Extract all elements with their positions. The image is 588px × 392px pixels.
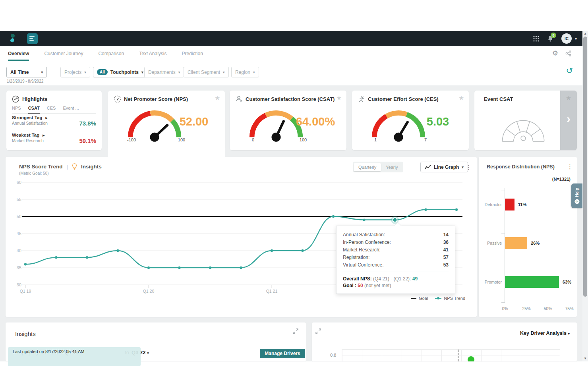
- departments-filter-dropdown[interactable]: Departments▾: [144, 67, 184, 77]
- highlights-tab-csat[interactable]: CSAT: [28, 106, 40, 110]
- trend-legend: GoalNPS Trend: [411, 296, 465, 301]
- scrollbar-thumb[interactable]: [583, 37, 587, 297]
- question-mark-icon: ?: [574, 199, 579, 204]
- dist-bar-passive[interactable]: [505, 237, 527, 249]
- key-driver-data-point[interactable]: [468, 356, 474, 361]
- key-driver-dropdown[interactable]: Key Driver Analysis ▾: [520, 330, 570, 336]
- legend-item-nps-trend[interactable]: NPS Trend: [435, 296, 465, 301]
- share-icon[interactable]: [565, 50, 571, 56]
- tab-comparison[interactable]: Comparison: [98, 46, 124, 61]
- distribution-bar-chart: Detractor11%Passive26%Promoter63%0%25%50…: [479, 181, 577, 312]
- help-tab[interactable]: ?Help: [571, 183, 582, 208]
- weakest-tag-value: 59.1%: [79, 137, 96, 144]
- trend-insights-label[interactable]: Insights: [81, 164, 102, 170]
- nps-trend-panel: NPS Score Trend | Insights (Metric Goal:…: [6, 157, 477, 317]
- notifications-bell-icon[interactable]: 8: [547, 35, 553, 42]
- weakest-tag-label: Weakest Tag▸: [12, 133, 44, 137]
- key-driver-chart: [342, 350, 560, 361]
- svg-text:30: 30: [17, 282, 21, 287]
- dist-x-tick: 0%: [502, 306, 508, 311]
- key-driver-panel: Key Driver Analysis ▾ 0.8: [312, 322, 577, 361]
- tooltip-overall-value: 49: [412, 276, 418, 282]
- toggle-quarterly[interactable]: Quarterly: [354, 163, 381, 171]
- avatar-caret-icon[interactable]: ▾: [575, 37, 577, 41]
- dist-category-label: Promoter: [479, 280, 502, 284]
- tab-customer-journey[interactable]: Customer Journey: [44, 46, 83, 61]
- distribution-menu-kebab-icon[interactable]: ⋮: [567, 163, 573, 170]
- nps-card-connector: [108, 147, 225, 157]
- svg-text:40: 40: [17, 248, 21, 253]
- insights-title: Insights: [15, 330, 36, 337]
- ces-value: 5.03: [412, 115, 464, 128]
- trend-menu-kebab-icon[interactable]: ⋮: [466, 164, 472, 171]
- top-navbar: 8 IC ▾: [0, 31, 582, 46]
- tooltip-row: In-Person Conference:36: [343, 238, 449, 246]
- legend-item-goal[interactable]: Goal: [411, 296, 428, 301]
- client-segment-filter-dropdown[interactable]: Client Segment▾: [184, 67, 229, 77]
- dist-bar-detractor[interactable]: [505, 199, 514, 210]
- svg-text:45: 45: [17, 231, 21, 236]
- tab-prediction[interactable]: Prediction: [182, 46, 203, 61]
- trend-title: NPS Score Trend: [19, 164, 63, 170]
- carousel-next-strip[interactable]: ★ ›: [560, 91, 577, 150]
- csat-score-card[interactable]: Customer Satisfaction Score (CSAT) ★ 0 1…: [230, 91, 346, 150]
- tooltip-overall-label: Overall NPS:: [343, 276, 372, 282]
- nps-score-card[interactable]: Net Promoter Score (NPS) ★ -100 100 52.0…: [108, 91, 225, 150]
- graph-type-dropdown[interactable]: Line Graph ▾: [420, 162, 468, 172]
- highlights-tab-ces[interactable]: CES: [47, 106, 56, 110]
- tooltip-goal-value: 50: [358, 283, 363, 288]
- ces-score-card[interactable]: Customer Effort Score (CES) ★ 1 7 5.03: [352, 91, 469, 150]
- metric-goal-note: (Metric Goal: 50): [19, 171, 48, 176]
- chevron-right-icon[interactable]: ›: [560, 113, 577, 125]
- response-distribution-panel: Response Distribution (NPS) ⋮ (N=1321) D…: [479, 157, 577, 317]
- refresh-icon[interactable]: ↺: [566, 66, 573, 75]
- line-graph-icon: [425, 165, 431, 169]
- key-driver-y-tick: 0.8: [330, 353, 336, 357]
- app-menu-button[interactable]: [27, 33, 38, 44]
- toggle-yearly[interactable]: Yearly: [381, 163, 402, 171]
- tab-text-analysis[interactable]: Text Analysis: [139, 46, 166, 61]
- expand-icon[interactable]: [315, 328, 321, 334]
- scroll-down-arrow[interactable]: ▼: [582, 356, 588, 361]
- notification-badge: 8: [551, 33, 556, 38]
- strongest-tag-value: 73.8%: [79, 120, 96, 127]
- highlights-title: Highlights: [22, 96, 48, 102]
- gauge-min-label: -100: [122, 137, 141, 142]
- projects-filter-dropdown[interactable]: Projects▾: [60, 67, 90, 77]
- csat-value: 64.00%: [289, 115, 342, 128]
- favorite-star-icon[interactable]: ★: [215, 95, 220, 102]
- user-avatar[interactable]: IC: [561, 33, 572, 44]
- svg-text:55: 55: [17, 197, 21, 202]
- touchpoints-filter-dropdown[interactable]: All Touchpoints▾: [93, 67, 147, 77]
- settings-gear-icon[interactable]: ⚙: [552, 49, 558, 58]
- manage-drivers-button[interactable]: Manage Drivers: [260, 349, 305, 358]
- period-toggle-group: QuarterlyYearly: [353, 162, 403, 172]
- apps-grid-icon[interactable]: [533, 36, 539, 42]
- region-filter-dropdown[interactable]: Region▾: [231, 67, 259, 77]
- date-range-label: 1/23/2019 - 8/9/2022: [7, 79, 43, 83]
- time-filter-dropdown[interactable]: All Time▾: [6, 67, 47, 77]
- last-updated-tooltip: Last updated on 8/17/2022 05:41 AM: [8, 347, 141, 366]
- favorite-star-icon[interactable]: ★: [459, 95, 464, 102]
- highlights-card: Highlights NPSCSATCESEvent ... Strongest…: [6, 91, 102, 150]
- highlights-tab-event[interactable]: Event ...: [63, 106, 79, 110]
- gauge-max-label: 100: [172, 137, 191, 142]
- tooltip-row: Registration:57: [343, 253, 449, 261]
- highlights-trend-icon: [12, 95, 19, 103]
- highlights-tab-nps[interactable]: NPS: [12, 106, 21, 110]
- scroll-up-arrow[interactable]: ▲: [582, 31, 588, 37]
- dist-value-label: 26%: [531, 241, 540, 245]
- strongest-tag-expand-icon[interactable]: ▸: [45, 116, 47, 120]
- weakest-tag-name: Market Research: [12, 138, 44, 143]
- expand-icon[interactable]: [292, 328, 299, 334]
- primary-tabbar: OverviewCustomer JourneyComparisonText A…: [0, 46, 582, 61]
- tooltip-goal-label: Goal :: [343, 283, 356, 288]
- svg-text:60: 60: [17, 180, 21, 185]
- lightbulb-icon: [72, 163, 77, 170]
- weakest-tag-expand-icon[interactable]: ▸: [43, 133, 44, 137]
- favorite-star-icon[interactable]: ★: [337, 95, 342, 102]
- dist-bar-promoter[interactable]: [505, 276, 559, 288]
- page-scrollbar[interactable]: ▲ ▼: [582, 31, 588, 361]
- tab-overview[interactable]: Overview: [8, 46, 29, 61]
- dist-category-label: Detractor: [479, 202, 502, 207]
